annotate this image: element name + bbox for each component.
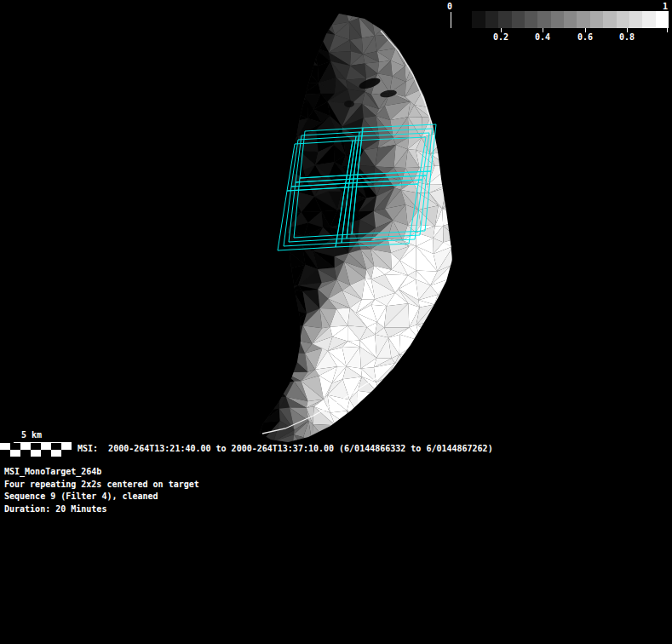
scale-bar-cell [51, 443, 61, 450]
colorbar-step [512, 11, 525, 28]
colorbar-step [603, 11, 616, 28]
scale-bar-cell [0, 450, 10, 457]
scale-bar-cell [61, 443, 72, 450]
colorbar-tick-label: 0.2 [492, 32, 509, 43]
scale-bar-cell [0, 443, 10, 450]
colorbar-step [656, 11, 669, 28]
colorbar-gradient [459, 11, 669, 28]
colorbar-step [617, 11, 629, 28]
colorbar-zero-tick [451, 12, 451, 28]
scale-bar-cell [10, 450, 20, 457]
observation-info: MSI_MonoTarget_264b Four repeating 2x2s … [4, 466, 199, 515]
colorbar-step [459, 11, 472, 28]
colorbar-tick [667, 28, 668, 32]
scale-bar-cell [41, 450, 51, 457]
colorbar-step [590, 11, 603, 28]
scale-bar-checker [0, 443, 72, 457]
scale-bar-cell [31, 450, 41, 457]
colorbar-min-label: 0 [447, 1, 452, 12]
scale-bar-cell [20, 443, 31, 450]
scale-bar-cell [61, 450, 72, 457]
observation-name: MSI_MonoTarget_264b [4, 466, 199, 479]
observation-description: Four repeating 2x2s centered on target [4, 479, 199, 492]
scale-bar-cell [41, 443, 51, 450]
asteroid-scene [0, 0, 672, 644]
colorbar-tick-label: 0.4 [534, 32, 551, 43]
colorbar-step [629, 11, 642, 28]
scale-bar-cell [31, 443, 41, 450]
scale-bar-cell [51, 450, 61, 457]
colorbar-step [485, 11, 498, 28]
scale-bar-cell [10, 443, 20, 450]
colorbar-step [551, 11, 564, 28]
colorbar-tick-label: 0.6 [577, 32, 594, 43]
visualization-canvas: 0 1 0.20.40.60.8 5 km MSI: 2000-264T13:2… [0, 0, 672, 644]
colorbar-step [472, 11, 485, 28]
scale-bar-cell [20, 450, 31, 457]
colorbar-step [537, 11, 550, 28]
observation-time-range: MSI: 2000-264T13:21:40.00 to 2000-264T13… [78, 443, 493, 454]
colorbar-step [642, 11, 655, 28]
observation-duration: Duration: 20 Minutes [4, 503, 199, 516]
asteroid-render [238, 0, 482, 460]
colorbar-step [577, 11, 589, 28]
colorbar-tick-label: 0.8 [618, 32, 635, 43]
observation-sequence: Sequence 9 (Filter 4), cleaned [4, 491, 199, 503]
scale-bar-label: 5 km [21, 429, 42, 440]
colorbar-step [564, 11, 577, 28]
colorbar-step [498, 11, 511, 28]
colorbar-step [525, 11, 537, 28]
